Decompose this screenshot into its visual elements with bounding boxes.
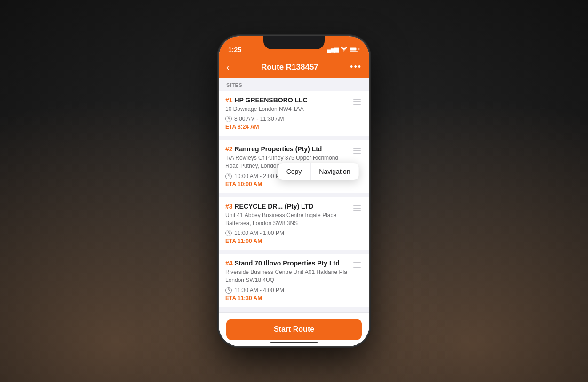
route-title: Route R138457 [261, 62, 318, 72]
battery-icon [350, 47, 360, 53]
wifi-icon [341, 47, 347, 53]
site-title-3: #3 RECYCLE DR... (Pty) LTD [225, 203, 348, 210]
drag-handle-1 [351, 97, 363, 107]
site-eta-1: ETA 8:24 AM [225, 124, 348, 130]
site-address-4: Riverside Business Centre Unit A01 Halda… [225, 268, 348, 284]
context-navigation-button[interactable]: Navigation [310, 163, 358, 180]
clock-icon-4 [225, 287, 232, 294]
section-label: SITES [219, 78, 369, 91]
site-address-3: Unit 41 Abbey Business Centre Ingate Pla… [225, 211, 348, 227]
more-button[interactable]: ••• [350, 62, 362, 72]
drag-handle-4 [351, 260, 363, 270]
context-copy-button[interactable]: Copy [278, 163, 311, 180]
site-hours-1: 8:00 AM - 11:30 AM [234, 116, 284, 122]
clock-icon-1 [225, 116, 232, 122]
site-number-2: #2 [225, 145, 233, 153]
site-info-4: #4 Stand 70 Illovo Properties Pty Ltd Ri… [225, 259, 348, 302]
context-menu: Copy Navigation [278, 163, 359, 180]
phone-notch [263, 36, 325, 49]
drag-handle-3 [351, 203, 363, 213]
back-button[interactable]: ‹ [226, 62, 230, 72]
site-time-row-4: 11:30 AM - 4:00 PM [225, 287, 348, 294]
site-name-1: HP GREENSBORO LLC [234, 96, 307, 104]
site-time-row-1: 8:00 AM - 11:30 AM [225, 116, 348, 122]
site-eta-3: ETA 11:00 AM [225, 238, 348, 244]
site-title-2: #2 Ramreg Properties (Pty) Ltd [225, 145, 348, 153]
signal-icon: ▄▅▆ [327, 47, 338, 53]
site-name-3: RECYCLE DR... (Pty) LTD [234, 203, 313, 210]
site-address-1: 10 Downage London NW4 1AA [225, 105, 348, 113]
site-hours-3: 11:00 AM - 1:00 PM [234, 230, 284, 236]
site-time-row-3: 11:00 AM - 1:00 PM [225, 230, 348, 236]
nav-header: ‹ Route R138457 ••• [219, 57, 369, 78]
site-title-4: #4 Stand 70 Illovo Properties Pty Ltd [225, 259, 348, 267]
site-number-1: #1 [225, 96, 233, 104]
site-eta-2: ETA 10:00 AM [225, 181, 348, 187]
home-indicator [270, 342, 318, 343]
site-title-1: #1 HP GREENSBORO LLC [225, 96, 348, 104]
clock-icon-2 [225, 173, 232, 179]
site-card-4[interactable]: #4 Stand 70 Illovo Properties Pty Ltd Ri… [219, 254, 369, 307]
site-card-1[interactable]: #1 HP GREENSBORO LLC 10 Downage London N… [219, 91, 369, 136]
site-name-2: Ramreg Properties (Pty) Ltd [234, 145, 322, 153]
status-icons: ▄▅▆ [327, 47, 360, 53]
drag-handle-2 [351, 146, 363, 156]
site-eta-4: ETA 11:30 AM [225, 295, 348, 302]
start-route-button[interactable]: Start Route [226, 319, 362, 340]
site-number-4: #4 [225, 259, 233, 267]
phone-screen: 1:25 ▄▅▆ ‹ Route R [219, 36, 369, 346]
site-hours-2: 10:00 AM - 2:00 PM [234, 173, 284, 179]
site-number-3: #3 [225, 203, 233, 210]
content-area: SITES #1 HP GREENSBORO LLC 10 Downage Lo… [219, 78, 369, 312]
phone-shell: 1:25 ▄▅▆ ‹ Route R [219, 36, 369, 346]
site-card-3[interactable]: #3 RECYCLE DR... (Pty) LTD Unit 41 Abbey… [219, 197, 369, 250]
clock-icon-3 [225, 230, 232, 236]
site-info-3: #3 RECYCLE DR... (Pty) LTD Unit 41 Abbey… [225, 203, 348, 245]
site-hours-4: 11:30 AM - 4:00 PM [234, 287, 284, 294]
site-info-1: #1 HP GREENSBORO LLC 10 Downage London N… [225, 96, 348, 131]
site-name-4: Stand 70 Illovo Properties Pty Ltd [234, 259, 339, 267]
status-time: 1:25 [228, 46, 241, 54]
svg-rect-1 [350, 48, 357, 51]
site-card-2[interactable]: #2 Ramreg Properties (Pty) Ltd T/A Rowle… [219, 140, 369, 193]
